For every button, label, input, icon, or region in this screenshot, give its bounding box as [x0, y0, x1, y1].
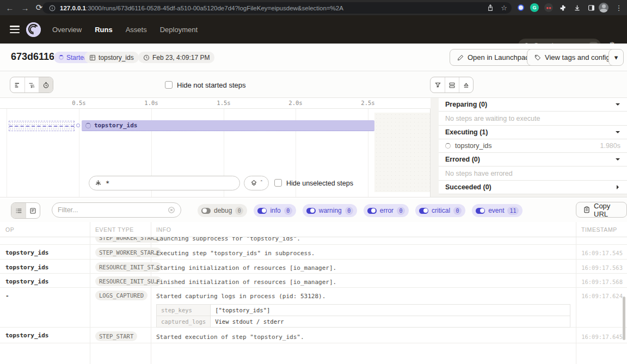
errored-empty-text: No steps have errored [439, 166, 627, 181]
browser-url-bar[interactable]: 127.0.0.1:3000/runs/673d6116-0528-45df-a… [42, 2, 512, 14]
gantt-future-region [374, 113, 430, 192]
log-scrollbar-thumb[interactable] [623, 297, 625, 340]
level-toggle-critical[interactable]: critical 0 [415, 204, 465, 217]
step-filter-input[interactable] [106, 180, 234, 187]
tag-icon [534, 54, 541, 61]
level-toggle-info[interactable]: info 0 [254, 204, 296, 217]
executing-step-duration: 1.980s [600, 142, 620, 150]
chevron-down-icon [615, 129, 620, 135]
preparing-section-header[interactable]: Preparing (0) [439, 98, 627, 112]
extension-2-icon[interactable]: G [530, 3, 539, 13]
hide-not-started-checkbox[interactable] [165, 81, 173, 89]
log-row[interactable]: topstory_ids STEP_START Started executio… [0, 328, 627, 343]
log-info: Launching subprocess for "topstory_ids". [156, 237, 300, 242]
browser-back-button[interactable]: ← [4, 2, 15, 13]
metadata-row: captured_logs View stdout / stderr [157, 316, 570, 328]
log-row[interactable]: topstory_ids RESOURCE_INIT_STARTED Start… [0, 260, 627, 274]
gantt-dependency-dot [76, 124, 80, 127]
gantt-view-waterfall-button[interactable] [24, 77, 39, 92]
collapse-up-button[interactable] [459, 77, 473, 92]
url-path: :3000/runs/673d6116-0528-45df-a510-00a51… [86, 5, 343, 11]
level-toggle-error[interactable]: error 0 [364, 204, 409, 217]
log-info: Started capturing logs in process (pid: … [156, 293, 325, 300]
run-start-time: Feb 23, 4:09:17 PM [138, 52, 214, 63]
event-type-badge: RESOURCE_INIT_STARTED [95, 262, 162, 272]
clipboard-icon [583, 206, 590, 213]
gantt-options-button[interactable]: ˆ [244, 176, 269, 190]
layers-icon [250, 180, 257, 187]
level-toggle-warning[interactable]: warning 0 [303, 204, 357, 217]
log-row[interactable]: topstory_ids RESOURCE_INIT_SUCCESS Finis… [0, 274, 627, 288]
pencil-icon [457, 54, 464, 61]
metadata-key: step_keys [157, 305, 211, 316]
time-tick: 2.5s [356, 100, 380, 106]
log-row[interactable]: topstory_ids STEP_WORKER_STARTED Executi… [0, 245, 627, 260]
col-timestamp: TIMESTAMP [581, 226, 617, 233]
extension-1-icon[interactable] [516, 3, 526, 13]
log-info: Started execution of step "topstory_ids"… [156, 334, 304, 341]
log-filter-input[interactable] [58, 206, 168, 214]
event-type-badge: STEP_START [95, 331, 137, 341]
executing-step-row[interactable]: topstory_ids 1.980s [439, 139, 627, 153]
open-in-launchpad-button[interactable]: Open in Launchpad [450, 49, 537, 66]
log-view-unstructured-button[interactable] [11, 203, 26, 218]
captured-logs-link[interactable]: View stdout / stderr [211, 316, 570, 328]
log-op: topstory_ids [5, 278, 48, 285]
log-view-structured-button[interactable] [26, 203, 40, 218]
nav-tab-assets[interactable]: Assets [126, 26, 147, 34]
browser-forward-button[interactable]: → [20, 2, 30, 13]
side-panel-icon[interactable] [586, 3, 596, 13]
run-header-more-button[interactable]: ▾ [608, 49, 624, 66]
log-info: Executing step "topstory_ids" in subproc… [156, 250, 315, 257]
hamburger-menu-icon[interactable] [10, 26, 20, 33]
gantt-view-flat-button[interactable] [10, 77, 24, 92]
hide-unselected-label: Hide unselected steps [286, 180, 353, 187]
gantt-chart: 0.5s 1.0s 1.5s 2.0s 2.5s topstory_ids ˆ … [0, 98, 431, 197]
succeeded-section-header[interactable]: Succeeded (0) [439, 181, 627, 194]
nav-tab-deployment[interactable]: Deployment [160, 26, 198, 34]
job-tag[interactable]: topstory_ids [84, 52, 139, 63]
preparing-empty-text: No steps are waiting to execute [439, 112, 627, 126]
bookmark-star-icon[interactable]: ☆ [499, 3, 509, 13]
share-icon[interactable] [485, 3, 495, 13]
log-row-logs-captured[interactable]: - LOGS_CAPTURED Started capturing logs i… [0, 288, 627, 328]
filter-collapse-button[interactable] [431, 77, 445, 92]
extension-3-icon[interactable]: ●● [544, 3, 554, 13]
time-tick: 0.5s [67, 100, 91, 106]
log-row-partial[interactable]: STEP_WORKER_STARTING Launching subproces… [0, 237, 627, 245]
toggle-icon [201, 208, 211, 214]
downloads-icon[interactable] [572, 3, 582, 13]
nav-tab-runs[interactable]: Runs [95, 26, 113, 34]
browser-menu-icon[interactable]: ⋮ [614, 3, 624, 13]
copy-url-button[interactable]: Copy URL [576, 202, 627, 218]
extensions-puzzle-icon[interactable] [558, 3, 568, 13]
toggle-icon [476, 208, 485, 214]
split-panels-button[interactable] [445, 77, 459, 92]
gantt-toolbar: Hide not started steps Re-execute (topst… [0, 71, 627, 98]
log-timestamp: 16:09:17.624 [580, 293, 623, 299]
level-toggle-event[interactable]: event 11 [472, 204, 522, 217]
hide-unselected-checkbox[interactable] [274, 179, 282, 187]
profile-avatar[interactable] [599, 3, 608, 13]
run-id: 673d6116 [11, 51, 54, 63]
errored-section-header[interactable]: Errored (0) [439, 153, 627, 166]
site-info-icon[interactable] [49, 5, 56, 11]
event-type-badge: STEP_WORKER_STARTING [95, 237, 162, 243]
level-toggle-debug[interactable]: debug 0 [198, 204, 247, 217]
executing-section-header[interactable]: Executing (1) [439, 126, 627, 139]
log-timestamp: 16:09:17.568 [580, 279, 623, 285]
nav-tab-overview[interactable]: Overview [52, 26, 82, 34]
clear-filter-icon[interactable] [168, 206, 175, 214]
time-tick: 1.0s [139, 100, 163, 106]
log-timestamp: 16:09:17.545 [580, 250, 623, 256]
log-timestamp: 16:09:17.563 [580, 264, 623, 271]
view-tags-config-button[interactable]: View tags and config [527, 49, 618, 66]
app-navbar: Overview Runs Assets Deployment Search..… [0, 15, 627, 44]
gantt-view-timed-button[interactable] [39, 77, 53, 92]
gantt-step-bar[interactable]: topstory_ids [82, 120, 374, 131]
dagster-logo[interactable] [26, 22, 41, 37]
gantt-timeline: 0.5s 1.0s 1.5s 2.0s 2.5s [0, 98, 431, 109]
job-grid-icon [89, 54, 96, 61]
level-count-badge: 0 [235, 207, 243, 215]
spinner-icon [59, 55, 64, 60]
